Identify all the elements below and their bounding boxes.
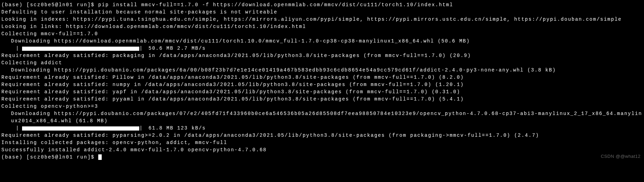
progress-pipe: |	[16, 45, 19, 52]
output-line: Looking in links: https://download.openm…	[1, 23, 643, 30]
prompt: (base) [scz0be5@ln01 run]$	[1, 154, 98, 160]
output-line: Requirement already satisfied: Pillow in…	[1, 74, 643, 81]
progress-bar-row: | | 50.6 MB 2.7 MB/s	[1, 45, 643, 52]
output-line: Installing collected packages: opencv-py…	[1, 139, 643, 146]
progress-pipe: |	[139, 125, 143, 132]
command-text: pip install mmcv-full==1.7.0 -f https://…	[98, 2, 453, 8]
progress-pipe: |	[139, 45, 143, 52]
prompt: (base) [scz0be5@ln01 run]$	[1, 2, 98, 8]
output-line: Requirement already satisfied: pyyaml in…	[1, 96, 643, 103]
output-line: Requirement already satisfied: numpy in …	[1, 81, 643, 88]
output-line: Successfully installed addict-2.4.0 mmcv…	[1, 146, 643, 154]
output-line: Downloading https://download.openmmlab.c…	[1, 38, 643, 45]
output-line: Downloading https://pypi.doubanio.com/pa…	[1, 67, 643, 74]
output-line: Requirement already satisfied: yapf in /…	[1, 88, 643, 96]
watermark-text: CSDN @@what12	[601, 153, 641, 160]
final-prompt-line[interactable]: (base) [scz0be5@ln01 run]$	[1, 154, 643, 161]
output-line: Collecting mmcv-full==1.7.0	[1, 30, 643, 38]
output-line: Collecting addict	[1, 59, 643, 67]
output-line: Downloading https://pypi.doubanio.com/pa…	[1, 110, 643, 125]
cursor-icon	[98, 154, 102, 160]
progress-bar-fill	[22, 47, 139, 51]
output-line: Looking in indexes: https://pypi.tuna.ts…	[1, 16, 643, 23]
output-line: Requirement already satisfied: pyparsing…	[1, 132, 643, 139]
progress-pipe: |	[16, 125, 19, 132]
output-line: Requirement already satisfied: packaging…	[1, 52, 643, 59]
progress-bar-row: | | 61.8 MB 123 kB/s	[1, 125, 643, 132]
output-line: Collecting opencv-python>=3	[1, 103, 643, 110]
progress-text: 50.6 MB 2.7 MB/s	[149, 45, 206, 52]
command-line: (base) [scz0be5@ln01 run]$ pip install m…	[1, 1, 643, 9]
progress-bar-fill	[22, 126, 139, 131]
progress-text: 61.8 MB 123 kB/s	[149, 125, 206, 132]
output-line: Defaulting to user installation because …	[1, 9, 643, 16]
